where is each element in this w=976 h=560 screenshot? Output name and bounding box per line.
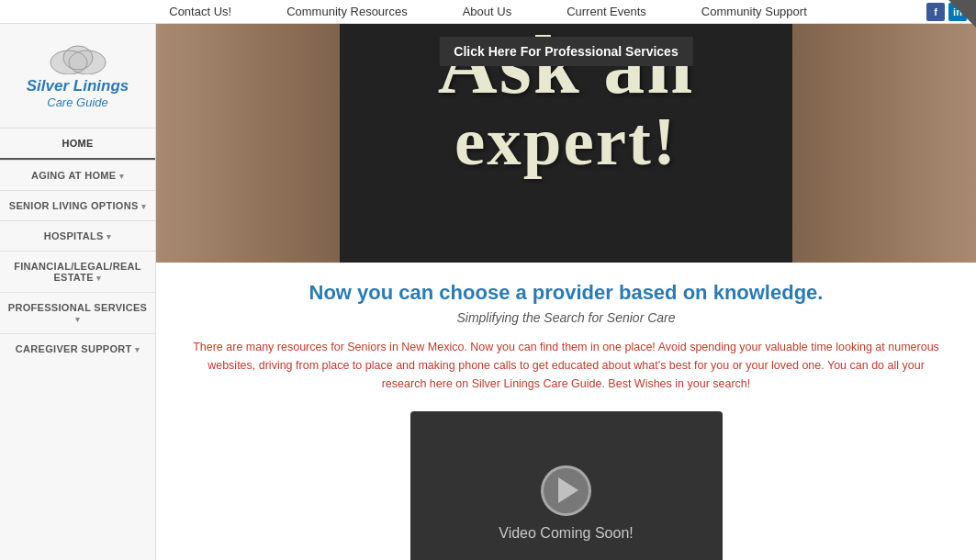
main-content: Now you can choose a provider based on k… bbox=[156, 263, 976, 560]
play-triangle-icon bbox=[558, 477, 578, 503]
video-container: Video Coming Soon! bbox=[410, 411, 723, 560]
nav-contact-us[interactable]: Contact Us! bbox=[169, 5, 231, 18]
nav-community-resources[interactable]: Community Resources bbox=[286, 5, 408, 18]
video-label: Video Coming Soon! bbox=[499, 525, 633, 542]
main-description: There are many resources for Seniors in … bbox=[190, 338, 943, 393]
sidebar-item-aging-at-home[interactable]: AGING AT HOME ▾ bbox=[0, 160, 155, 190]
nav-current-events[interactable]: Current Events bbox=[567, 5, 646, 18]
nav-about-us[interactable]: About Us bbox=[463, 5, 511, 18]
main-headline: Now you can choose a provider based on k… bbox=[184, 281, 948, 305]
sidebar-item-financial[interactable]: FINANCIAL/LEGAL/REAL ESTATE ▾ bbox=[0, 251, 155, 292]
sidebar-item-professional-services[interactable]: PROFESSIONAL SERVICES ▾ bbox=[0, 292, 155, 333]
sidebar-item-home[interactable]: HOME bbox=[0, 128, 155, 160]
hero-section: Click Here For Professional Services Ask… bbox=[156, 24, 976, 263]
main-layout: Silver Linings Care Guide HOME AGING AT … bbox=[0, 24, 976, 560]
sidebar: Silver Linings Care Guide HOME AGING AT … bbox=[0, 24, 156, 560]
sidebar-navigation: HOME AGING AT HOME ▾ SENIOR LIVING OPTIO… bbox=[0, 128, 155, 364]
main-subheadline: Simplifying the Search for Senior Care bbox=[184, 310, 948, 325]
logo-text-primary: Silver Linings bbox=[9, 78, 146, 95]
nav-community-support[interactable]: Community Support bbox=[701, 5, 807, 18]
professional-services-button[interactable]: Click Here For Professional Services bbox=[439, 37, 692, 66]
cloud-logo-icon bbox=[46, 42, 110, 74]
content-area: Click Here For Professional Services Ask… bbox=[156, 24, 976, 560]
sidebar-item-hospitals[interactable]: HOSPITALS ▾ bbox=[0, 220, 155, 251]
facebook-icon[interactable]: f bbox=[926, 3, 945, 21]
top-nav-links: Contact Us! Community Resources About Us… bbox=[169, 5, 807, 18]
sidebar-item-senior-living[interactable]: SENIOR LIVING OPTIONS ▾ bbox=[0, 190, 155, 220]
play-button[interactable] bbox=[541, 465, 591, 516]
top-navigation: Contact Us! Community Resources About Us… bbox=[0, 0, 976, 24]
sidebar-item-caregiver-support[interactable]: CAREGIVER SUPPORT ▾ bbox=[0, 333, 155, 364]
logo-area: Silver Linings Care Guide bbox=[0, 33, 155, 128]
hero-line2: expert! bbox=[156, 106, 976, 175]
logo-text-sub: Care Guide bbox=[9, 95, 146, 109]
